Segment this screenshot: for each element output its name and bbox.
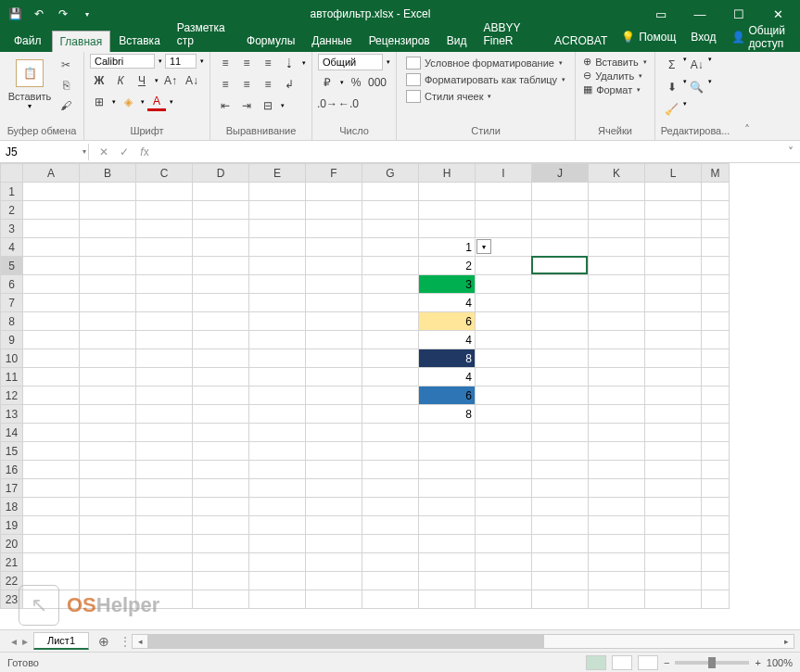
decrease-decimal-icon[interactable]: ←.0 <box>339 95 358 113</box>
cell-F1[interactable] <box>306 183 362 201</box>
cell-G7[interactable] <box>362 294 419 312</box>
redo-icon[interactable]: ↷ <box>52 3 74 25</box>
share-button[interactable]: 👤 Общий доступ <box>726 22 792 52</box>
cell-A12[interactable] <box>23 387 80 405</box>
cell-J3[interactable] <box>532 220 589 238</box>
cell-D15[interactable] <box>193 442 249 461</box>
align-top-icon[interactable]: ≡ <box>216 54 235 72</box>
save-icon[interactable]: 💾 <box>4 3 26 25</box>
cell-E12[interactable] <box>249 387 306 405</box>
tab-разметка стр[interactable]: Разметка стр <box>169 17 238 52</box>
cell-E8[interactable] <box>249 312 306 331</box>
cell-K20[interactable] <box>589 535 645 553</box>
cell-F3[interactable] <box>306 220 362 238</box>
cell-D10[interactable] <box>193 349 249 368</box>
col-header-D[interactable]: D <box>193 164 249 183</box>
cell-G4[interactable] <box>362 238 419 257</box>
cell-G2[interactable] <box>362 201 419 220</box>
cell-C5[interactable] <box>136 257 193 275</box>
cell-F14[interactable] <box>306 424 362 442</box>
tab-вставка[interactable]: Вставка <box>110 30 169 52</box>
align-center-icon[interactable]: ≡ <box>237 75 256 94</box>
page-layout-view-button[interactable] <box>612 655 632 670</box>
page-break-view-button[interactable] <box>638 655 658 670</box>
cell-A18[interactable] <box>23 498 80 516</box>
cell-L14[interactable] <box>645 424 702 442</box>
cell-E2[interactable] <box>249 201 306 220</box>
cell-G6[interactable] <box>362 275 419 294</box>
cell-C9[interactable] <box>136 331 193 349</box>
cell-C2[interactable] <box>136 201 193 220</box>
wrap-text-icon[interactable]: ↲ <box>280 75 298 94</box>
cell-A5[interactable] <box>23 257 80 275</box>
cell-G13[interactable] <box>362 405 419 424</box>
cell-E4[interactable] <box>249 238 306 257</box>
cell-E9[interactable] <box>249 331 306 349</box>
login-button[interactable]: Вход <box>685 29 721 45</box>
cell-C1[interactable] <box>136 183 193 201</box>
cell-G17[interactable] <box>362 479 419 498</box>
row-header-14[interactable]: 14 <box>1 424 23 442</box>
cell-M23[interactable] <box>702 590 730 609</box>
cell-G5[interactable] <box>362 257 419 275</box>
cell-C8[interactable] <box>136 312 193 331</box>
cell-M22[interactable] <box>702 572 730 590</box>
zoom-in-button[interactable]: + <box>755 657 760 668</box>
align-right-icon[interactable]: ≡ <box>259 75 277 94</box>
cell-F13[interactable] <box>306 405 362 424</box>
cell-E18[interactable] <box>249 498 306 516</box>
cell-B12[interactable] <box>80 387 136 405</box>
cell-E16[interactable] <box>249 461 306 479</box>
cell-J4[interactable] <box>532 238 589 257</box>
col-header-B[interactable]: B <box>80 164 136 183</box>
cell-M4[interactable] <box>702 238 730 257</box>
cell-L23[interactable] <box>645 590 702 609</box>
row-header-9[interactable]: 9 <box>1 331 23 349</box>
merge-cells-icon[interactable]: ⊟ <box>259 96 277 115</box>
cell-J6[interactable] <box>532 275 589 294</box>
tab-вид[interactable]: Вид <box>438 30 476 52</box>
cell-M10[interactable] <box>702 349 730 368</box>
cell-H7[interactable]: 4 <box>419 294 476 312</box>
tab-формулы[interactable]: Формулы <box>238 30 303 52</box>
cell-J16[interactable] <box>532 461 589 479</box>
cell-D19[interactable] <box>193 516 249 535</box>
row-header-15[interactable]: 15 <box>1 442 23 461</box>
cell-B4[interactable] <box>80 238 136 257</box>
cell-K2[interactable] <box>589 201 645 220</box>
cell-D17[interactable] <box>193 479 249 498</box>
undo-icon[interactable]: ↶ <box>28 3 50 25</box>
cell-J21[interactable] <box>532 553 589 572</box>
cell-J12[interactable] <box>532 387 589 405</box>
cell-K17[interactable] <box>589 479 645 498</box>
row-header-12[interactable]: 12 <box>1 387 23 405</box>
cell-C12[interactable] <box>136 387 193 405</box>
tab-данные[interactable]: Данные <box>303 30 360 52</box>
cell-H19[interactable] <box>419 516 476 535</box>
cell-E21[interactable] <box>249 553 306 572</box>
cell-D7[interactable] <box>193 294 249 312</box>
orientation-icon[interactable]: ⭭ <box>280 54 298 72</box>
decrease-indent-icon[interactable]: ⇤ <box>216 96 235 115</box>
cell-D21[interactable] <box>193 553 249 572</box>
col-header-C[interactable]: C <box>136 164 193 183</box>
cell-G10[interactable] <box>362 349 419 368</box>
cell-L18[interactable] <box>645 498 702 516</box>
cell-H20[interactable] <box>419 535 476 553</box>
cell-D22[interactable] <box>193 572 249 590</box>
row-header-10[interactable]: 10 <box>1 349 23 368</box>
cell-I18[interactable] <box>476 498 532 516</box>
cell-A6[interactable] <box>23 275 80 294</box>
paste-button[interactable]: 📋 Вставить ▾ <box>6 54 54 112</box>
cell-L16[interactable] <box>645 461 702 479</box>
cell-E11[interactable] <box>249 368 306 387</box>
cell-L22[interactable] <box>645 572 702 590</box>
autosum-icon[interactable]: Σ <box>663 56 681 74</box>
cell-I1[interactable] <box>476 183 532 201</box>
cell-G12[interactable] <box>362 387 419 405</box>
cell-B19[interactable] <box>80 516 136 535</box>
chevron-down-icon[interactable]: ▾ <box>83 147 86 156</box>
cell-M13[interactable] <box>702 405 730 424</box>
cell-D13[interactable] <box>193 405 249 424</box>
cell-D23[interactable] <box>193 590 249 609</box>
